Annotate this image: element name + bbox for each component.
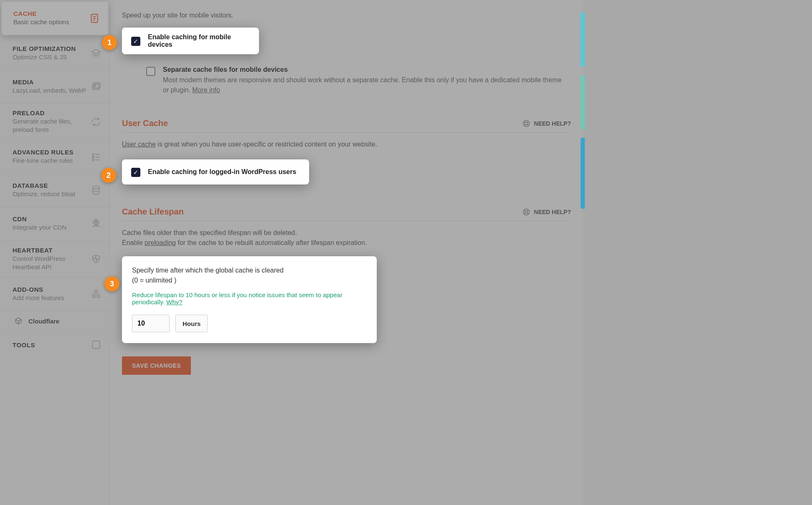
nav-media[interactable]: MEDIA LazyLoad, embeds, WebP <box>0 70 110 104</box>
nav-database[interactable]: DATABASE Optimize, reduce bloat <box>0 174 110 207</box>
lifebuoy-icon <box>522 119 530 128</box>
nav-subtitle: Integrate your CDN <box>13 223 86 232</box>
callout-badge-2: 2 <box>101 168 116 183</box>
checkbox-checked[interactable]: ✓ <box>131 37 140 46</box>
nav-file-optimization[interactable]: FILE OPTIMIZATION Optimize CSS & JS <box>0 37 110 70</box>
section-lifespan: Cache Lifespan NEED HELP? Cache files ol… <box>122 207 571 343</box>
lifespan-hint: Reduce lifespan to 10 hours or less if y… <box>132 291 367 306</box>
mobile-separate-label: Separate cache files for mobile devices <box>163 66 562 73</box>
nav-cdn[interactable]: CDN Integrate your CDN <box>0 207 110 241</box>
user-cache-enable-row[interactable]: ✓ Enable caching for logged-in WordPress… <box>122 159 309 184</box>
nav-title: DATABASE <box>13 182 86 189</box>
svg-rect-8 <box>92 154 94 155</box>
nav-cloudflare[interactable]: Cloudflare <box>0 311 110 331</box>
svg-marker-4 <box>92 49 100 54</box>
user-cache-link[interactable]: User cache <box>122 141 156 148</box>
nav-subtitle: Basic cache options <box>13 18 85 26</box>
nav-title: CDN <box>13 215 86 222</box>
section-title: Cache Lifespan <box>122 207 184 217</box>
nav-title: CACHE <box>13 10 85 17</box>
images-icon <box>91 81 102 92</box>
cube-icon <box>14 317 23 325</box>
lifespan-desc: Cache files older than the specified lif… <box>122 228 571 248</box>
side-tab[interactable] <box>581 75 585 129</box>
boxes-icon <box>91 289 102 300</box>
sidebar: CACHE Basic cache options FILE OPTIMIZAT… <box>0 0 110 505</box>
side-tab[interactable] <box>581 13 585 67</box>
refresh-icon <box>91 116 102 127</box>
nav-subtitle: Control WordPress Heartbeat API <box>13 255 86 272</box>
main-panel: Speed up your site for mobile visitors. … <box>110 0 583 505</box>
mobile-separate-desc: Most modern themes are responsive and sh… <box>163 75 562 95</box>
nav-subtitle: LazyLoad, embeds, WebP <box>13 86 86 95</box>
nav-subtitle: Optimize, reduce bloat <box>13 190 86 198</box>
lifebuoy-icon <box>522 208 530 216</box>
svg-rect-17 <box>92 295 95 298</box>
nav-addons[interactable]: ADD-ONS Add more features <box>0 278 110 311</box>
nav-sub-label: Cloudflare <box>28 318 59 325</box>
nav-advanced-rules[interactable]: ADVANCED RULES Fine-tune cache rules <box>0 141 110 174</box>
nav-heartbeat[interactable]: HEARTBEAT Control WordPress Heartbeat AP… <box>0 241 110 278</box>
mobile-options: ✓ Enable caching for mobile devices Sepa… <box>122 28 571 104</box>
lifespan-unit-select[interactable]: Hours <box>175 315 208 332</box>
app-root: CACHE Basic cache options FILE OPTIMIZAT… <box>0 0 583 505</box>
more-info-link[interactable]: More info <box>192 86 220 93</box>
svg-rect-16 <box>95 290 98 293</box>
lifespan-inputs: Hours <box>132 315 367 332</box>
lifespan-card: Specify time after which the global cach… <box>122 256 377 343</box>
nav-title: PRELOAD <box>13 109 86 116</box>
right-edge-tabs <box>578 0 585 505</box>
preloading-link[interactable]: preloading <box>145 239 176 246</box>
nav-subtitle: Fine-tune cache rules <box>13 157 86 165</box>
user-cache-desc: User cache is great when you have user-s… <box>122 139 571 149</box>
mobile-separate-row: Separate cache files for mobile devices … <box>122 54 571 104</box>
side-tab[interactable] <box>581 138 585 209</box>
save-changes-button[interactable]: SAVE CHANGES <box>122 356 191 375</box>
callout-badge-3: 3 <box>104 276 119 291</box>
import-export-icon <box>91 339 102 350</box>
svg-point-23 <box>525 122 528 125</box>
user-cache-enable-label: Enable caching for logged-in WordPress u… <box>148 168 296 176</box>
layers-icon <box>91 48 102 59</box>
checkbox-unchecked[interactable] <box>146 67 155 76</box>
nav-tools[interactable]: TOOLS <box>0 331 110 352</box>
lifespan-value-input[interactable] <box>132 315 170 332</box>
nav-title: MEDIA <box>13 78 86 86</box>
svg-rect-21 <box>92 341 99 348</box>
nav-subtitle: Add more features <box>13 294 86 302</box>
nav-subtitle: Optimize CSS & JS <box>13 53 86 61</box>
svg-point-14 <box>93 186 99 189</box>
svg-rect-18 <box>97 295 100 298</box>
nav-title: ADD-ONS <box>13 286 86 293</box>
nav-title: HEARTBEAT <box>13 247 86 254</box>
nav-subtitle: Generate cache files, preload fonts <box>13 117 86 134</box>
svg-rect-10 <box>92 157 94 158</box>
mobile-enable-label: Enable caching for mobile devices <box>148 33 250 48</box>
nav-title: TOOLS <box>13 341 86 348</box>
nav-title: FILE OPTIMIZATION <box>13 45 86 52</box>
svg-rect-12 <box>92 159 94 160</box>
nav-cache[interactable]: CACHE Basic cache options <box>2 2 108 35</box>
checkbox-checked[interactable]: ✓ <box>131 168 140 177</box>
database-icon <box>91 185 102 196</box>
svg-point-29 <box>525 210 528 213</box>
list-icon <box>91 152 102 162</box>
heart-icon <box>91 253 102 264</box>
need-help-link[interactable]: NEED HELP? <box>522 208 571 216</box>
svg-point-7 <box>94 85 96 86</box>
mobile-intro: Speed up your site for mobile visitors. <box>122 0 571 28</box>
nav-title: ADVANCED RULES <box>13 149 86 156</box>
need-help-link[interactable]: NEED HELP? <box>522 119 571 128</box>
nav-preload[interactable]: PRELOAD Generate cache files, preload fo… <box>0 104 110 141</box>
lifespan-label: Specify time after which the global cach… <box>132 265 367 285</box>
why-link[interactable]: Why? <box>166 298 182 306</box>
section-user-cache: User Cache NEED HELP? User cache is grea… <box>122 119 571 184</box>
section-title: User Cache <box>122 119 168 128</box>
document-icon <box>89 13 100 24</box>
callout-badge-1: 1 <box>102 35 117 50</box>
globe-hand-icon <box>91 218 102 229</box>
mobile-enable-row[interactable]: ✓ Enable caching for mobile devices <box>122 28 259 54</box>
